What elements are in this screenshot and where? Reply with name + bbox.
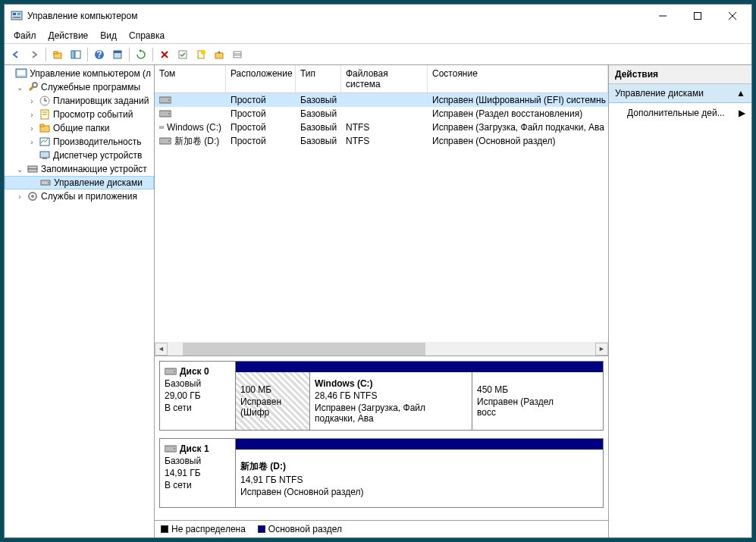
tree-events[interactable]: › Просмотр событий — [5, 108, 154, 121]
cell-status: Исправен (Основной раздел) — [428, 135, 608, 147]
menu-file[interactable]: Файл — [8, 29, 42, 42]
col-volume[interactable]: Том — [155, 65, 226, 92]
tree-system-tools[interactable]: ⌄ Служебные программы — [5, 80, 154, 94]
actions-section-label: Управление дисками — [615, 88, 704, 99]
expand-icon[interactable]: › — [15, 193, 24, 201]
action-list-button[interactable] — [174, 46, 191, 63]
table-row[interactable]: ПростойБазовыйИсправен (Раздел восстанов… — [155, 107, 608, 121]
expand-icon[interactable]: › — [27, 138, 36, 146]
disk-state: В сети — [165, 480, 231, 490]
disk-info: Диск 1Базовый14,91 ГБВ сети — [160, 439, 236, 507]
tree-performance[interactable]: › Производительность — [5, 135, 154, 149]
svg-rect-40 — [28, 169, 37, 172]
collapse-icon[interactable]: ⌄ — [15, 165, 24, 174]
disk-graphical-view[interactable]: Диск 0Базовый29,00 ГБВ сети100 МБИсправе… — [155, 356, 608, 520]
svg-point-56 — [174, 448, 175, 450]
events-icon — [39, 108, 51, 121]
expand-icon[interactable]: › — [27, 111, 36, 119]
forward-button[interactable] — [26, 46, 42, 63]
disk-bar — [236, 439, 603, 450]
close-button[interactable] — [715, 5, 750, 27]
expand-icon[interactable]: › — [27, 124, 36, 133]
tree-panel[interactable]: Управление компьютером (л ⌄ Служебные пр… — [5, 65, 155, 537]
menu-action[interactable]: Действие — [42, 29, 95, 42]
svg-point-50 — [162, 127, 163, 128]
scroll-left-icon[interactable]: ◄ — [155, 343, 168, 356]
disk-size: 14,91 ГБ — [165, 468, 231, 478]
tree-shared[interactable]: › Общие папки — [5, 121, 154, 135]
volume-table[interactable]: Том Расположение Тип Файловая система Со… — [155, 65, 608, 148]
properties-button[interactable] — [109, 46, 126, 63]
help-button[interactable]: ? — [91, 46, 108, 63]
cell-fs — [341, 99, 428, 101]
table-row[interactable]: ПростойБазовыйИсправен (Шифрованный (EFI… — [155, 93, 608, 107]
tree-scheduler[interactable]: › Планировщик заданий — [5, 94, 154, 108]
chevron-right-icon: ▶ — [739, 108, 745, 118]
scroll-right-icon[interactable]: ► — [595, 343, 608, 356]
svg-rect-22 — [234, 52, 241, 58]
menu-view[interactable]: Вид — [94, 29, 123, 42]
horizontal-scrollbar[interactable]: ◄ ► — [155, 342, 608, 356]
collapse-icon[interactable]: ⌄ — [15, 83, 24, 92]
partition-info: 100 МБ — [240, 384, 305, 395]
svg-text:?: ? — [96, 49, 102, 60]
legend-swatch-black — [161, 525, 168, 533]
menubar: Файл Действие Вид Справка — [5, 27, 751, 44]
tree-devmgr[interactable]: Диспетчер устройств — [5, 149, 154, 162]
disk-row[interactable]: Диск 0Базовый29,00 ГБВ сети100 МБИсправе… — [159, 361, 604, 431]
refresh-button[interactable] — [133, 46, 149, 63]
folder-shared-icon — [39, 122, 51, 134]
col-status[interactable]: Состояние — [428, 65, 608, 92]
collapse-icon: ▲ — [736, 88, 745, 99]
svg-rect-26 — [17, 70, 25, 75]
col-layout[interactable]: Расположение — [226, 65, 296, 92]
settings-button[interactable] — [211, 46, 227, 63]
col-type[interactable]: Тип — [296, 65, 341, 92]
up-button[interactable] — [49, 46, 66, 63]
col-fs[interactable]: Файловая система — [341, 65, 428, 92]
back-button[interactable] — [8, 46, 24, 63]
list-view-button[interactable] — [229, 46, 246, 63]
delete-button[interactable] — [156, 46, 173, 63]
table-row[interactable]: Windows (C:)ПростойБазовыйNTFSИсправен (… — [155, 121, 608, 134]
partition[interactable]: 450 МБИсправен (Раздел восс — [472, 372, 579, 430]
table-row[interactable]: 新加卷 (D:)ПростойБазовыйNTFSИсправен (Осно… — [155, 134, 608, 148]
titlebar[interactable]: Управление компьютером — [5, 5, 751, 27]
disk-info: Диск 0Базовый29,00 ГБВ сети — [160, 362, 236, 430]
actions-more[interactable]: Дополнительные дей... ▶ — [609, 103, 751, 123]
app-icon — [11, 10, 23, 22]
expand-icon[interactable]: › — [27, 97, 36, 105]
svg-point-46 — [168, 99, 170, 101]
cell-layout: Простой — [226, 94, 296, 106]
tree-label: Служебные программы — [41, 82, 140, 92]
actions-header: Действия — [609, 65, 751, 84]
maximize-button[interactable] — [680, 5, 715, 27]
disk-row[interactable]: Диск 1Базовый14,91 ГБВ сети新加卷 (D:)14,91… — [159, 438, 604, 508]
tree-storage[interactable]: ⌄ Запоминающие устройст — [5, 162, 154, 176]
show-hide-tree-button[interactable] — [67, 46, 84, 63]
svg-point-42 — [48, 182, 49, 183]
legend-swatch-navy — [258, 525, 265, 533]
disk-title: Диск 0 — [165, 366, 231, 377]
tree-diskmgmt[interactable]: Управление дисками — [5, 176, 154, 190]
actions-section[interactable]: Управление дисками ▲ — [609, 84, 751, 103]
partition[interactable]: 新加卷 (D:)14,91 ГБ NTFSИсправен (Основной … — [236, 450, 579, 507]
tree-services[interactable]: › Службы и приложения — [5, 190, 154, 203]
computer-icon — [15, 67, 27, 80]
cell-type: Базовый — [296, 94, 341, 106]
minimize-button[interactable] — [645, 5, 680, 27]
storage-icon — [27, 163, 39, 175]
svg-rect-15 — [114, 51, 121, 53]
services-icon — [27, 190, 39, 202]
scroll-thumb[interactable] — [183, 343, 425, 356]
partition-status: Исправен (Раздел восс — [477, 396, 574, 418]
menu-help[interactable]: Справка — [123, 29, 171, 42]
cell-volume — [155, 109, 226, 118]
clock-icon — [39, 95, 51, 107]
partition[interactable]: 100 МБИсправен (Шифр — [236, 372, 310, 430]
tree-root[interactable]: Управление компьютером (л — [5, 67, 154, 80]
partition-info: 14,91 ГБ NTFS — [240, 475, 574, 485]
new-button[interactable] — [193, 46, 209, 63]
cell-fs: NTFS — [341, 135, 428, 147]
partition[interactable]: Windows (C:)28,46 ГБ NTFSИсправен (Загру… — [310, 372, 472, 430]
